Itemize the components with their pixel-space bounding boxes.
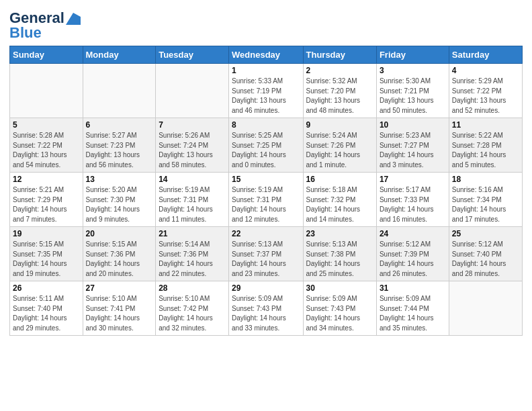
day-info: Sunrise: 5:12 AM Sunset: 7:40 PM Dayligh… <box>452 240 519 279</box>
calendar-cell: 18Sunrise: 5:16 AM Sunset: 7:34 PM Dayli… <box>449 173 522 227</box>
calendar-cell: 30Sunrise: 5:09 AM Sunset: 7:43 PM Dayli… <box>303 281 376 336</box>
calendar-cell: 20Sunrise: 5:15 AM Sunset: 7:36 PM Dayli… <box>83 227 156 281</box>
day-number: 24 <box>380 229 446 238</box>
calendar-cell: 4Sunrise: 5:29 AM Sunset: 7:22 PM Daylig… <box>449 64 522 118</box>
day-number: 30 <box>306 283 373 293</box>
day-number: 17 <box>380 175 446 184</box>
day-info: Sunrise: 5:11 AM Sunset: 7:40 PM Dayligh… <box>13 294 80 333</box>
day-number: 10 <box>380 120 446 130</box>
calendar-cell: 24Sunrise: 5:12 AM Sunset: 7:39 PM Dayli… <box>376 227 449 281</box>
calendar-cell <box>83 64 156 118</box>
day-number: 15 <box>232 175 300 184</box>
day-number: 28 <box>159 283 226 293</box>
calendar-cell: 8Sunrise: 5:25 AM Sunset: 7:25 PM Daylig… <box>229 118 303 173</box>
day-info: Sunrise: 5:13 AM Sunset: 7:37 PM Dayligh… <box>232 240 300 279</box>
day-info: Sunrise: 5:10 AM Sunset: 7:41 PM Dayligh… <box>86 294 153 333</box>
day-info: Sunrise: 5:09 AM Sunset: 7:43 PM Dayligh… <box>232 294 300 333</box>
day-number: 11 <box>452 120 519 130</box>
weekday-header: Saturday <box>449 46 522 64</box>
calendar-cell: 6Sunrise: 5:27 AM Sunset: 7:23 PM Daylig… <box>83 118 156 173</box>
day-info: Sunrise: 5:22 AM Sunset: 7:28 PM Dayligh… <box>452 131 519 170</box>
logo-blue: Blue <box>9 24 42 42</box>
day-info: Sunrise: 5:15 AM Sunset: 7:36 PM Dayligh… <box>86 240 153 279</box>
day-number: 20 <box>86 229 153 238</box>
day-number: 26 <box>13 283 80 293</box>
calendar-cell: 1Sunrise: 5:33 AM Sunset: 7:19 PM Daylig… <box>229 64 303 118</box>
day-number: 16 <box>306 175 373 184</box>
day-number: 9 <box>306 120 373 130</box>
calendar-cell: 2Sunrise: 5:32 AM Sunset: 7:20 PM Daylig… <box>303 64 376 118</box>
calendar-week-row: 1Sunrise: 5:33 AM Sunset: 7:19 PM Daylig… <box>10 64 523 118</box>
calendar-cell: 19Sunrise: 5:15 AM Sunset: 7:35 PM Dayli… <box>10 227 83 281</box>
weekday-header: Wednesday <box>229 46 303 64</box>
page: General Blue SundayMondayTuesdayWednesda… <box>0 0 532 411</box>
logo-icon <box>66 13 81 25</box>
day-info: Sunrise: 5:19 AM Sunset: 7:31 PM Dayligh… <box>232 185 300 224</box>
day-info: Sunrise: 5:17 AM Sunset: 7:33 PM Dayligh… <box>380 185 446 224</box>
day-number: 29 <box>232 283 300 293</box>
day-info: Sunrise: 5:21 AM Sunset: 7:29 PM Dayligh… <box>13 185 80 224</box>
day-number: 19 <box>13 229 80 238</box>
calendar-cell: 5Sunrise: 5:28 AM Sunset: 7:22 PM Daylig… <box>10 118 83 173</box>
day-info: Sunrise: 5:16 AM Sunset: 7:34 PM Dayligh… <box>452 185 519 224</box>
calendar-cell: 16Sunrise: 5:18 AM Sunset: 7:32 PM Dayli… <box>303 173 376 227</box>
calendar-cell: 12Sunrise: 5:21 AM Sunset: 7:29 PM Dayli… <box>10 173 83 227</box>
day-info: Sunrise: 5:23 AM Sunset: 7:27 PM Dayligh… <box>380 131 446 170</box>
day-number: 3 <box>380 66 446 75</box>
day-number: 8 <box>232 120 300 130</box>
day-info: Sunrise: 5:30 AM Sunset: 7:21 PM Dayligh… <box>380 77 446 116</box>
day-info: Sunrise: 5:29 AM Sunset: 7:22 PM Dayligh… <box>452 77 519 116</box>
calendar-table: SundayMondayTuesdayWednesdayThursdayFrid… <box>9 46 523 336</box>
day-number: 6 <box>86 120 153 130</box>
calendar-cell <box>10 64 83 118</box>
calendar-week-row: 26Sunrise: 5:11 AM Sunset: 7:40 PM Dayli… <box>10 281 523 336</box>
day-info: Sunrise: 5:25 AM Sunset: 7:25 PM Dayligh… <box>232 131 300 170</box>
day-number: 14 <box>159 175 226 184</box>
calendar-week-row: 19Sunrise: 5:15 AM Sunset: 7:35 PM Dayli… <box>10 227 523 281</box>
logo: General Blue <box>9 9 81 42</box>
day-info: Sunrise: 5:28 AM Sunset: 7:22 PM Dayligh… <box>13 131 80 170</box>
calendar-cell: 17Sunrise: 5:17 AM Sunset: 7:33 PM Dayli… <box>376 173 449 227</box>
day-info: Sunrise: 5:19 AM Sunset: 7:31 PM Dayligh… <box>159 185 226 224</box>
day-number: 25 <box>452 229 519 238</box>
calendar-cell: 25Sunrise: 5:12 AM Sunset: 7:40 PM Dayli… <box>449 227 522 281</box>
header: General Blue <box>9 7 523 42</box>
calendar-cell <box>156 64 229 118</box>
day-info: Sunrise: 5:10 AM Sunset: 7:42 PM Dayligh… <box>159 294 226 333</box>
day-info: Sunrise: 5:12 AM Sunset: 7:39 PM Dayligh… <box>380 240 446 279</box>
calendar-cell: 31Sunrise: 5:09 AM Sunset: 7:44 PM Dayli… <box>376 281 449 336</box>
day-number: 21 <box>159 229 226 238</box>
day-number: 18 <box>452 175 519 184</box>
day-info: Sunrise: 5:09 AM Sunset: 7:44 PM Dayligh… <box>380 294 446 333</box>
day-info: Sunrise: 5:27 AM Sunset: 7:23 PM Dayligh… <box>86 131 153 170</box>
calendar-cell: 9Sunrise: 5:24 AM Sunset: 7:26 PM Daylig… <box>303 118 376 173</box>
calendar-week-row: 12Sunrise: 5:21 AM Sunset: 7:29 PM Dayli… <box>10 173 523 227</box>
day-info: Sunrise: 5:15 AM Sunset: 7:35 PM Dayligh… <box>13 240 80 279</box>
day-info: Sunrise: 5:32 AM Sunset: 7:20 PM Dayligh… <box>306 77 373 116</box>
calendar-cell: 22Sunrise: 5:13 AM Sunset: 7:37 PM Dayli… <box>229 227 303 281</box>
day-number: 2 <box>306 66 373 75</box>
calendar-cell: 13Sunrise: 5:20 AM Sunset: 7:30 PM Dayli… <box>83 173 156 227</box>
day-number: 1 <box>232 66 300 75</box>
day-info: Sunrise: 5:33 AM Sunset: 7:19 PM Dayligh… <box>232 77 300 116</box>
calendar-cell: 14Sunrise: 5:19 AM Sunset: 7:31 PM Dayli… <box>156 173 229 227</box>
day-info: Sunrise: 5:18 AM Sunset: 7:32 PM Dayligh… <box>306 185 373 224</box>
day-number: 23 <box>306 229 373 238</box>
day-number: 7 <box>159 120 226 130</box>
calendar-cell: 11Sunrise: 5:22 AM Sunset: 7:28 PM Dayli… <box>449 118 522 173</box>
weekday-header: Tuesday <box>156 46 229 64</box>
day-number: 27 <box>86 283 153 293</box>
day-info: Sunrise: 5:24 AM Sunset: 7:26 PM Dayligh… <box>306 131 373 170</box>
day-info: Sunrise: 5:26 AM Sunset: 7:24 PM Dayligh… <box>159 131 226 170</box>
weekday-header: Sunday <box>10 46 83 64</box>
day-number: 22 <box>232 229 300 238</box>
calendar-cell: 23Sunrise: 5:13 AM Sunset: 7:38 PM Dayli… <box>303 227 376 281</box>
day-info: Sunrise: 5:13 AM Sunset: 7:38 PM Dayligh… <box>306 240 373 279</box>
day-info: Sunrise: 5:14 AM Sunset: 7:36 PM Dayligh… <box>159 240 226 279</box>
calendar-header-row: SundayMondayTuesdayWednesdayThursdayFrid… <box>10 46 523 64</box>
calendar-cell: 29Sunrise: 5:09 AM Sunset: 7:43 PM Dayli… <box>229 281 303 336</box>
svg-marker-0 <box>66 13 81 25</box>
day-number: 31 <box>380 283 446 293</box>
day-info: Sunrise: 5:09 AM Sunset: 7:43 PM Dayligh… <box>306 294 373 333</box>
calendar-cell: 10Sunrise: 5:23 AM Sunset: 7:27 PM Dayli… <box>376 118 449 173</box>
